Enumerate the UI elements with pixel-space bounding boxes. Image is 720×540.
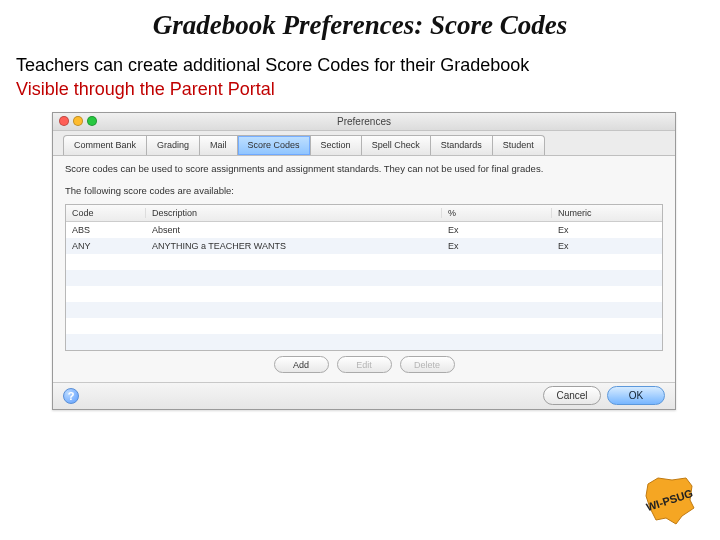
window-footer: ? Cancel OK <box>53 382 675 408</box>
table-row-empty[interactable] <box>66 286 662 302</box>
cell-code: ANY <box>66 241 146 251</box>
tab-bar: Comment BankGradingMailScore CodesSectio… <box>53 131 675 156</box>
tab-student[interactable]: Student <box>492 135 545 155</box>
table-row-empty[interactable] <box>66 302 662 318</box>
score-codes-table: CodeDescription%NumericABSAbsentExExANYA… <box>65 204 663 351</box>
cell-pct: Ex <box>442 241 552 251</box>
help-icon[interactable]: ? <box>63 388 79 404</box>
tab-standards[interactable]: Standards <box>430 135 493 155</box>
table-row[interactable]: ANYANYTHING a TEACHER WANTSExEx <box>66 238 662 254</box>
pane-description-1: Score codes can be used to score assignm… <box>65 163 663 176</box>
tab-mail[interactable]: Mail <box>199 135 238 155</box>
tab-spell-check[interactable]: Spell Check <box>361 135 431 155</box>
edit-button[interactable]: Edit <box>337 356 392 373</box>
window-titlebar[interactable]: Preferences <box>53 113 675 131</box>
delete-button[interactable]: Delete <box>400 356 455 373</box>
cell-num: Numeric <box>552 208 662 218</box>
cancel-button[interactable]: Cancel <box>543 386 601 405</box>
score-codes-pane: Score codes can be used to score assignm… <box>53 156 675 383</box>
cell-desc: Absent <box>146 225 442 235</box>
table-row-empty[interactable] <box>66 270 662 286</box>
cell-pct: % <box>442 208 552 218</box>
tab-score-codes[interactable]: Score Codes <box>237 135 311 155</box>
add-button[interactable]: Add <box>274 356 329 373</box>
table-row[interactable]: ABSAbsentExEx <box>66 222 662 238</box>
cell-pct: Ex <box>442 225 552 235</box>
preferences-window: Preferences Comment BankGradingMailScore… <box>52 112 676 410</box>
close-icon[interactable] <box>59 116 69 126</box>
pane-description-2: The following score codes are available: <box>65 185 663 198</box>
cell-code: Code <box>66 208 146 218</box>
slide-line2: Visible through the Parent Portal <box>16 77 704 101</box>
wi-psug-logo: WI-PSUG <box>642 474 698 526</box>
table-row-empty[interactable] <box>66 254 662 270</box>
cell-num: Ex <box>552 225 662 235</box>
cell-code: ABS <box>66 225 146 235</box>
tab-comment-bank[interactable]: Comment Bank <box>63 135 147 155</box>
window-title: Preferences <box>337 116 391 127</box>
slide-line1: Teachers can create additional Score Cod… <box>16 53 704 77</box>
cell-num: Ex <box>552 241 662 251</box>
ok-button[interactable]: OK <box>607 386 665 405</box>
table-row-empty[interactable] <box>66 334 662 350</box>
tab-section[interactable]: Section <box>310 135 362 155</box>
slide-title: Gradebook Preferences: Score Codes <box>0 0 720 47</box>
table-header-row: CodeDescription%Numeric <box>66 205 662 222</box>
zoom-icon[interactable] <box>87 116 97 126</box>
minimize-icon[interactable] <box>73 116 83 126</box>
table-row-empty[interactable] <box>66 318 662 334</box>
cell-desc: Description <box>146 208 442 218</box>
tab-grading[interactable]: Grading <box>146 135 200 155</box>
cell-desc: ANYTHING a TEACHER WANTS <box>146 241 442 251</box>
